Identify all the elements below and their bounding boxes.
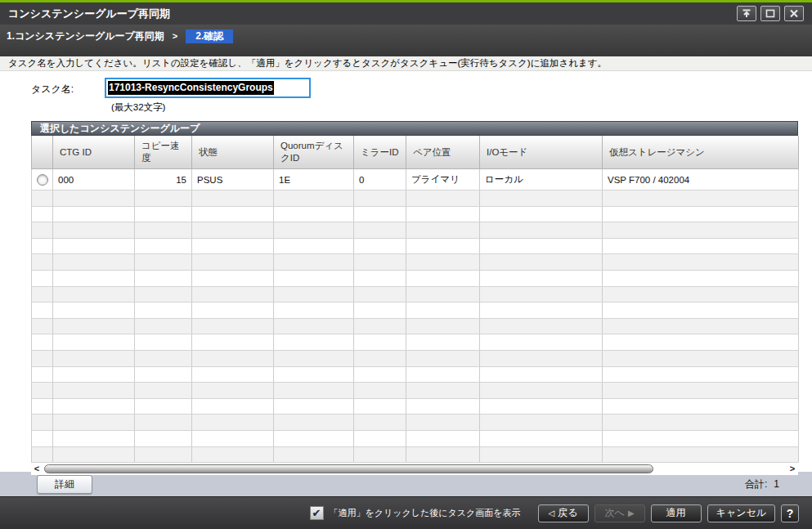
- empty-cell: [603, 334, 799, 351]
- empty-cell: [32, 350, 53, 366]
- apply-button[interactable]: 適用: [651, 504, 702, 522]
- empty-cell: [406, 383, 480, 399]
- footer-bar: ✔ 「適用」をクリックした後にタスク画面を表示 ◁ 戻る 次へ ▶ 適用 キャン…: [0, 496, 812, 529]
- empty-cell: [53, 350, 135, 366]
- empty-cell: [135, 254, 192, 271]
- detail-button[interactable]: 詳細: [37, 475, 92, 494]
- empty-cell: [192, 350, 274, 366]
- apply-button-label: 適用: [666, 506, 686, 520]
- empty-cell: [32, 206, 53, 222]
- empty-cell: [53, 303, 135, 319]
- empty-cell: [274, 430, 354, 446]
- empty-cell: [480, 383, 603, 399]
- rollup-button[interactable]: [737, 6, 756, 21]
- empty-cell: [274, 318, 354, 334]
- empty-cell: [32, 238, 53, 254]
- column-header: コピー速度: [135, 136, 192, 169]
- empty-cell: [135, 318, 192, 334]
- selected-groups-section: 選択したコンシステンシーグループ CTG IDコピー速度状態Quorumディスク…: [31, 121, 798, 475]
- empty-cell: [603, 270, 799, 286]
- task-name-value: 171013-ResyncConsistencyGroups: [108, 81, 274, 95]
- empty-cell: [53, 206, 135, 222]
- ctg-table: CTG IDコピー速度状態QuorumディスクIDミラーIDペア位置I/Oモード…: [31, 136, 799, 463]
- row-radio-button[interactable]: [37, 174, 48, 186]
- breadcrumb-step-2-active: 2.確認: [186, 29, 233, 43]
- empty-row: [32, 398, 799, 415]
- column-header: ミラーID: [354, 136, 406, 169]
- empty-cell: [135, 303, 192, 319]
- empty-cell: [135, 286, 192, 303]
- table-cell: 0: [354, 169, 406, 191]
- empty-cell: [32, 446, 53, 463]
- empty-cell: [192, 383, 274, 399]
- empty-cell: [480, 270, 603, 286]
- column-header: ペア位置: [406, 136, 480, 169]
- maximize-button[interactable]: [760, 6, 780, 21]
- scroll-right-button[interactable]: >: [787, 463, 798, 475]
- close-icon: [789, 9, 799, 18]
- close-button[interactable]: [784, 6, 804, 21]
- table-cell: PSUS: [192, 169, 274, 191]
- empty-cell: [32, 415, 53, 431]
- empty-cell: [406, 415, 480, 431]
- table-header-row: CTG IDコピー速度状態QuorumディスクIDミラーIDペア位置I/Oモード…: [32, 136, 799, 169]
- main-content: タスク名: 171013-ResyncConsistencyGroups (最大…: [0, 71, 812, 472]
- empty-cell: [406, 398, 480, 415]
- empty-cell: [274, 191, 354, 207]
- table-cell: 15: [135, 169, 192, 191]
- empty-cell: [32, 334, 53, 351]
- empty-cell: [192, 254, 274, 271]
- empty-row: [32, 206, 799, 222]
- back-button[interactable]: ◁ 戻る: [538, 504, 589, 522]
- empty-cell: [603, 446, 799, 463]
- show-task-screen-checkbox[interactable]: ✔: [310, 506, 324, 520]
- empty-cell: [32, 286, 53, 303]
- empty-cell: [135, 350, 192, 366]
- empty-cell: [480, 446, 603, 463]
- empty-cell: [480, 222, 603, 239]
- show-task-screen-label: 「適用」をクリックした後にタスク画面を表示: [330, 507, 521, 519]
- empty-cell: [480, 238, 603, 254]
- empty-cell: [406, 238, 480, 254]
- cancel-button[interactable]: キャンセル: [707, 504, 775, 522]
- empty-cell: [192, 270, 274, 286]
- scroll-track[interactable]: [43, 464, 787, 474]
- empty-row: [32, 222, 799, 239]
- empty-cell: [192, 446, 274, 463]
- table-cell: プライマリ: [406, 169, 480, 191]
- empty-cell: [354, 238, 406, 254]
- empty-row: [32, 254, 799, 271]
- empty-cell: [354, 286, 406, 303]
- empty-row: [32, 446, 799, 463]
- task-name-input[interactable]: 171013-ResyncConsistencyGroups: [105, 78, 311, 98]
- empty-cell: [603, 191, 799, 207]
- empty-cell: [192, 222, 274, 239]
- empty-cell: [32, 222, 53, 239]
- empty-cell: [354, 415, 406, 431]
- help-button[interactable]: ?: [781, 504, 799, 522]
- empty-cell: [32, 318, 53, 334]
- empty-cell: [406, 334, 480, 351]
- scroll-thumb[interactable]: [44, 464, 653, 473]
- cancel-button-label: キャンセル: [716, 506, 766, 520]
- empty-cell: [135, 206, 192, 222]
- empty-cell: [192, 430, 274, 446]
- column-header: I/Oモード: [480, 136, 603, 169]
- empty-row: [32, 350, 799, 366]
- empty-cell: [53, 238, 135, 254]
- horizontal-scrollbar: < >: [31, 463, 798, 475]
- breadcrumb-separator: >: [173, 29, 177, 43]
- empty-row: [32, 191, 799, 207]
- empty-cell: [274, 206, 354, 222]
- empty-cell: [53, 254, 135, 271]
- empty-cell: [274, 222, 354, 239]
- empty-cell: [480, 366, 603, 383]
- table-section-header: 選択したコンシステンシーグループ: [31, 121, 798, 136]
- empty-cell: [192, 415, 274, 431]
- empty-cell: [603, 366, 799, 383]
- empty-cell: [192, 334, 274, 351]
- next-button[interactable]: 次へ ▶: [594, 504, 645, 522]
- empty-cell: [354, 350, 406, 366]
- empty-cell: [406, 222, 480, 239]
- scroll-left-button[interactable]: <: [31, 463, 43, 475]
